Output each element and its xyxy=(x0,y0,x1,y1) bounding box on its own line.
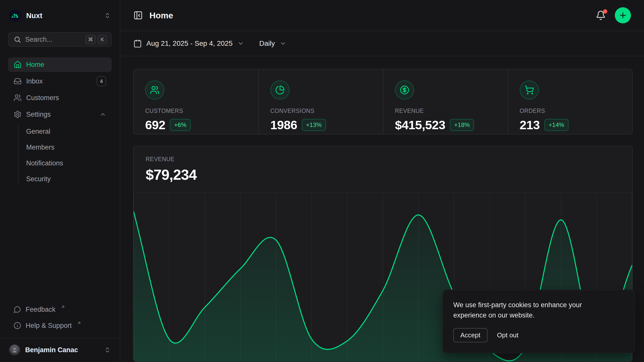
house-icon xyxy=(14,61,22,69)
chevrons-up-down-icon xyxy=(104,12,111,19)
sidebar-item-inbox[interactable]: Inbox 4 xyxy=(8,74,112,88)
sidebar-item-label: Settings xyxy=(26,111,51,118)
stat-orders[interactable]: ORDERS 213 +14% xyxy=(508,69,632,134)
date-range-picker[interactable]: Aug 21, 2025 - Sep 4, 2025 xyxy=(133,39,244,48)
user-name: Benjamin Canac xyxy=(25,346,78,354)
nuxt-logo-icon xyxy=(9,10,21,22)
stat-revenue[interactable]: REVENUE $415,523 +18% xyxy=(383,69,508,134)
settings-subnav: General Members Notifications Security xyxy=(8,124,112,187)
sidebar-item-settings[interactable]: Settings xyxy=(8,107,112,122)
opt-out-button[interactable]: Opt out xyxy=(497,331,518,339)
cart-icon xyxy=(520,80,539,100)
cookie-banner: We use first-party cookies to enhance yo… xyxy=(442,290,635,353)
chevron-up-icon xyxy=(100,111,106,118)
sidebar-item-label: Customers xyxy=(26,94,59,102)
chevrons-up-down-icon xyxy=(104,347,111,353)
chevron-down-icon xyxy=(279,40,287,47)
stat-label: ORDERS xyxy=(520,108,622,114)
stat-value: $415,523 xyxy=(395,118,445,132)
stat-delta-badge: +14% xyxy=(544,119,569,131)
help-support-link[interactable]: Help & Support xyxy=(8,318,112,333)
sidebar-item-security[interactable]: Security xyxy=(8,171,112,187)
avatar xyxy=(9,344,20,355)
page-header: Home xyxy=(120,0,644,31)
external-link-icon xyxy=(61,305,65,309)
stat-delta-badge: +13% xyxy=(302,119,326,131)
sub-item-label: Notifications xyxy=(26,159,63,167)
inbox-count-badge: 4 xyxy=(97,76,106,86)
dollar-circle-icon xyxy=(395,80,414,100)
kbd-k: K xyxy=(98,35,107,44)
help-support-label: Help & Support xyxy=(26,322,72,330)
stat-label: CONVERSIONS xyxy=(270,108,373,114)
stat-customers[interactable]: CUSTOMERS 692 +6% xyxy=(134,69,258,134)
search-shortcut: ⌘ K xyxy=(85,35,107,44)
date-range-value: Aug 21, 2025 - Sep 4, 2025 xyxy=(146,39,233,48)
gear-icon xyxy=(14,110,22,118)
pie-chart-icon xyxy=(270,80,290,100)
sidebar-spacer xyxy=(8,187,112,302)
users-icon xyxy=(145,80,164,100)
users-icon xyxy=(14,94,22,102)
sub-item-label: General xyxy=(26,128,50,135)
message-icon xyxy=(14,306,21,313)
accept-button[interactable]: Accept xyxy=(453,328,488,342)
calendar-icon xyxy=(133,39,142,48)
stat-label: CUSTOMERS xyxy=(145,108,248,114)
revenue-chart-header: REVENUE $79,234 xyxy=(134,146,632,183)
sidebar-nav: Home Inbox 4 Customers Settings xyxy=(8,57,112,187)
notifications-button[interactable] xyxy=(594,9,607,22)
chevron-down-icon xyxy=(237,40,244,47)
plus-icon xyxy=(619,11,627,20)
sidebar-item-notifications[interactable]: Notifications xyxy=(8,155,112,171)
workspace-switcher[interactable]: Nuxt xyxy=(8,9,112,23)
sidebar-item-label: Home xyxy=(26,61,44,69)
stat-label: REVENUE xyxy=(395,108,498,114)
sub-item-label: Members xyxy=(26,144,55,151)
feedback-label: Feedback xyxy=(26,306,56,313)
stats-card: CUSTOMERS 692 +6% CONVERSIONS 1986 +13% xyxy=(133,69,633,134)
header-actions xyxy=(594,7,631,23)
stat-delta-badge: +18% xyxy=(450,119,474,131)
inbox-icon xyxy=(14,77,22,85)
search-placeholder: Search... xyxy=(25,36,52,43)
sub-item-label: Security xyxy=(26,175,51,183)
granularity-value: Daily xyxy=(259,39,275,48)
stat-value: 692 xyxy=(145,118,165,132)
sidebar-item-general[interactable]: General xyxy=(8,124,112,140)
search-icon xyxy=(14,36,21,43)
stat-value: 213 xyxy=(520,118,540,132)
stat-delta-badge: +6% xyxy=(170,119,191,131)
brand-name: Nuxt xyxy=(26,12,42,20)
sidebar-item-members[interactable]: Members xyxy=(8,140,112,155)
info-icon xyxy=(14,322,21,329)
sidebar-item-label: Inbox xyxy=(26,77,43,85)
revenue-chart-label: REVENUE xyxy=(146,156,620,163)
add-button[interactable] xyxy=(615,7,631,23)
sidebar-item-customers[interactable]: Customers xyxy=(8,90,112,105)
feedback-link[interactable]: Feedback xyxy=(8,302,112,317)
filter-toolbar: Aug 21, 2025 - Sep 4, 2025 Daily xyxy=(120,31,644,56)
page-title: Home xyxy=(149,11,173,20)
sidebar-footer: Feedback Help & Support xyxy=(8,302,112,334)
stat-conversions[interactable]: CONVERSIONS 1986 +13% xyxy=(258,69,383,134)
collapse-sidebar-icon[interactable] xyxy=(133,11,143,20)
cookie-actions: Accept Opt out xyxy=(453,328,624,342)
granularity-select[interactable]: Daily xyxy=(259,39,287,48)
external-link-icon xyxy=(77,321,81,325)
sidebar: Nuxt Search... ⌘ K Home xyxy=(0,0,120,362)
notification-dot xyxy=(603,9,607,14)
cookie-message: We use first-party cookies to enhance yo… xyxy=(453,300,607,321)
kbd-cmd: ⌘ xyxy=(85,35,96,44)
stat-value: 1986 xyxy=(270,118,297,132)
search-input[interactable]: Search... ⌘ K xyxy=(8,32,112,47)
revenue-chart-value: $79,234 xyxy=(146,166,620,183)
sidebar-item-home[interactable]: Home xyxy=(8,57,112,72)
user-menu[interactable]: Benjamin Canac xyxy=(8,338,112,362)
